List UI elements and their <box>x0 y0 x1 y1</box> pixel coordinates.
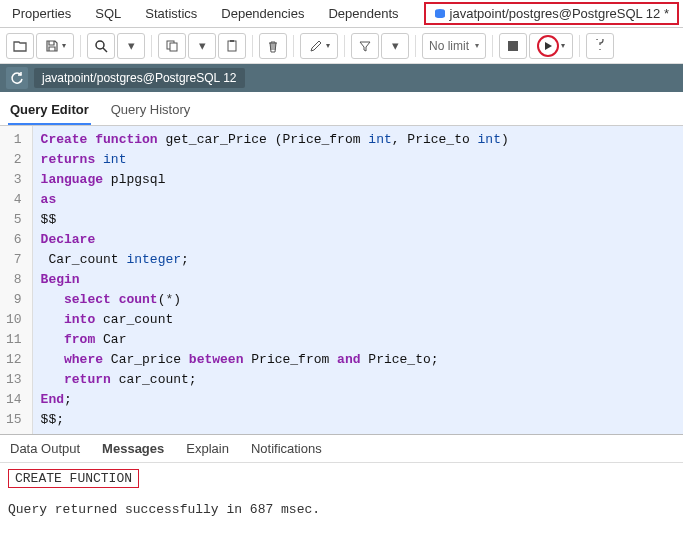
tab-data-output[interactable]: Data Output <box>8 439 82 458</box>
messages-panel: CREATE FUNCTION Query returned successfu… <box>0 463 683 523</box>
play-icon <box>537 35 559 57</box>
editor-tab-bar: Query Editor Query History <box>0 92 683 126</box>
filter-button[interactable] <box>351 33 379 59</box>
top-tab-bar: Properties SQL Statistics Dependencies D… <box>0 0 683 28</box>
svg-rect-4 <box>170 43 177 51</box>
output-tab-bar: Data Output Messages Explain Notificatio… <box>0 434 683 463</box>
save-button[interactable] <box>36 33 74 59</box>
copy-button[interactable] <box>158 33 186 59</box>
connection-tab[interactable]: javatpoint/postgres@PostgreSQL 12 * <box>424 2 679 25</box>
toolbar: ▾ ▾ ▾ No limit▾ <box>0 28 683 64</box>
tab-sql[interactable]: SQL <box>83 1 133 26</box>
tab-notifications[interactable]: Notifications <box>249 439 324 458</box>
tab-query-editor[interactable]: Query Editor <box>8 98 91 125</box>
edit-button[interactable] <box>300 33 338 59</box>
limit-select[interactable]: No limit▾ <box>422 33 486 59</box>
connection-bar: javatpoint/postgres@PostgreSQL 12 <box>0 64 683 92</box>
search-dropdown[interactable]: ▾ <box>117 33 145 59</box>
svg-line-2 <box>103 48 107 52</box>
stop-button[interactable] <box>499 33 527 59</box>
tab-messages[interactable]: Messages <box>100 439 166 458</box>
svg-rect-5 <box>228 41 236 51</box>
tab-dependencies[interactable]: Dependencies <box>209 1 316 26</box>
svg-point-1 <box>96 41 104 49</box>
execute-button[interactable] <box>529 33 573 59</box>
tab-statistics[interactable]: Statistics <box>133 1 209 26</box>
refresh-connection-button[interactable] <box>6 67 28 89</box>
tab-properties[interactable]: Properties <box>0 1 83 26</box>
delete-button[interactable] <box>259 33 287 59</box>
code-content[interactable]: Create function get_car_Price (Price_fro… <box>33 126 683 434</box>
svg-rect-7 <box>508 41 518 51</box>
copy-dropdown[interactable]: ▾ <box>188 33 216 59</box>
tab-explain[interactable]: Explain <box>184 439 231 458</box>
code-editor[interactable]: 123456789101112131415 Create function ge… <box>0 126 683 434</box>
connection-label: javatpoint/postgres@PostgreSQL 12 <box>34 68 245 88</box>
line-gutter: 123456789101112131415 <box>0 126 33 434</box>
explain-button[interactable] <box>586 33 614 59</box>
filter-dropdown[interactable]: ▾ <box>381 33 409 59</box>
paste-button[interactable] <box>218 33 246 59</box>
status-message: Query returned successfully in 687 msec. <box>8 502 675 517</box>
open-file-button[interactable] <box>6 33 34 59</box>
search-button[interactable] <box>87 33 115 59</box>
connection-tab-label: javatpoint/postgres@PostgreSQL 12 * <box>450 6 669 21</box>
tab-query-history[interactable]: Query History <box>109 98 192 125</box>
svg-rect-6 <box>230 40 234 42</box>
tab-dependents[interactable]: Dependents <box>316 1 410 26</box>
result-message: CREATE FUNCTION <box>8 469 139 488</box>
database-icon <box>434 8 446 20</box>
